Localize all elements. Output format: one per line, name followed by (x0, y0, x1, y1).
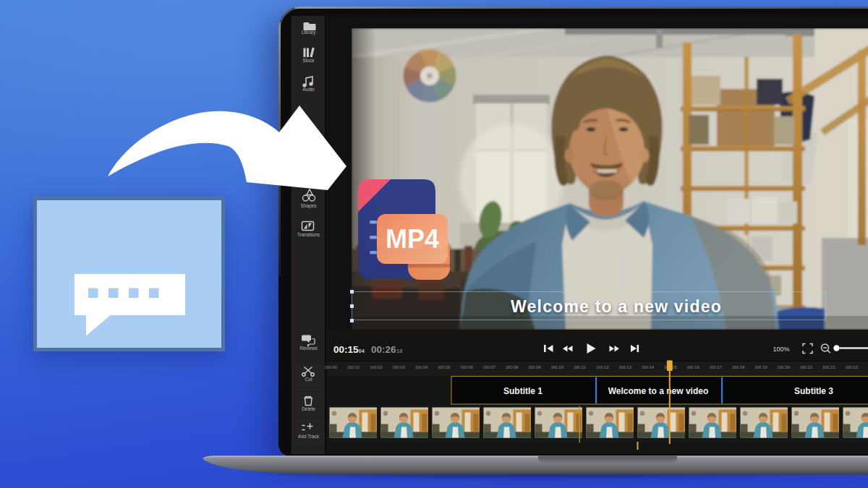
svg-text:|00:01: |00:01 (347, 364, 360, 369)
svg-text:00:15: 00:15 (333, 344, 359, 355)
svg-text:|00:02: |00:02 (370, 364, 383, 369)
svg-text:|00:18: |00:18 (732, 364, 745, 369)
svg-text:|00:17: |00:17 (710, 364, 723, 369)
svg-text:Add Track: Add Track (298, 434, 320, 439)
svg-text:Library: Library (302, 30, 316, 35)
svg-text:Subtitle 1: Subtitle 1 (503, 386, 542, 396)
svg-text:|00:13: |00:13 (619, 364, 632, 369)
svg-text:Subtitle 3: Subtitle 3 (794, 386, 833, 396)
svg-text:Reviews: Reviews (299, 346, 317, 351)
svg-text:|00:14: |00:14 (642, 364, 655, 369)
svg-text:|00:16: |00:16 (687, 364, 700, 369)
svg-text:|00:10: |00:10 (551, 364, 564, 369)
svg-text:Transitions: Transitions (297, 232, 320, 237)
svg-text:Welcome to a new video: Welcome to a new video (608, 386, 708, 396)
svg-text:|00:00: |00:00 (325, 364, 338, 369)
svg-text:|00:12: |00:12 (597, 364, 610, 369)
svg-text:|00:21: |00:21 (800, 364, 813, 369)
svg-text:|00:04: |00:04 (415, 364, 428, 369)
svg-text:|00:20: |00:20 (778, 364, 791, 369)
svg-text:|00:05: |00:05 (438, 364, 451, 369)
svg-text:|00:07: |00:07 (483, 364, 496, 369)
svg-text:|00:19: |00:19 (755, 364, 768, 369)
svg-text:00:26: 00:26 (371, 344, 396, 355)
svg-text:|00:09: |00:09 (529, 364, 542, 369)
svg-text:|00:06: |00:06 (461, 364, 474, 369)
svg-text:Delete: Delete (302, 406, 315, 411)
svg-text:|00:11: |00:11 (574, 364, 586, 369)
svg-text:MP4: MP4 (386, 224, 439, 254)
svg-text:|00:22: |00:22 (823, 364, 836, 369)
svg-text:Cut: Cut (305, 377, 312, 382)
svg-text:18: 18 (396, 348, 402, 354)
svg-text:|00:08: |00:08 (506, 364, 519, 369)
svg-text:Shapes: Shapes (301, 203, 317, 209)
svg-text:|00:03: |00:03 (393, 364, 406, 369)
svg-text:Audio: Audio (302, 87, 315, 92)
svg-text:Stock: Stock (303, 58, 315, 63)
svg-text:04: 04 (359, 348, 365, 354)
svg-text:100%: 100% (773, 346, 789, 353)
svg-text:|00:23: |00:23 (846, 364, 859, 369)
